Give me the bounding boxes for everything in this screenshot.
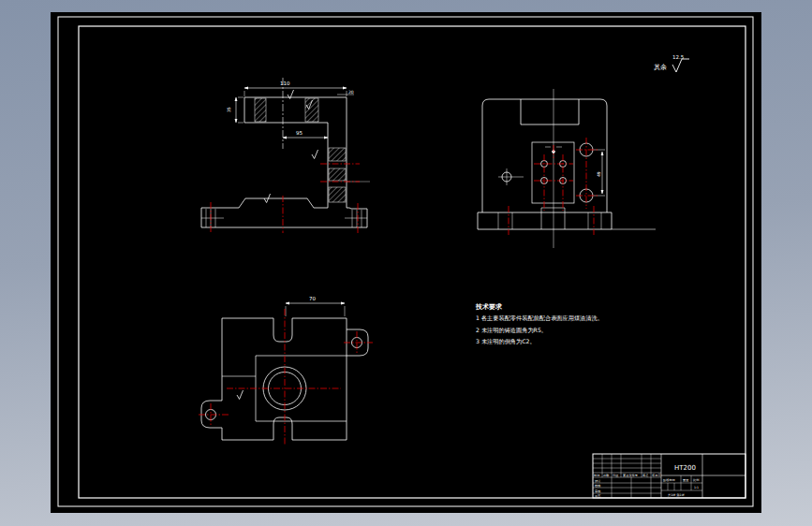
dim-column-width: 20 <box>348 90 354 95</box>
dim-hole-spacing: 49 <box>597 171 601 177</box>
dim-front-width: 110 <box>280 80 290 86</box>
material-label: HT200 <box>674 464 696 472</box>
tech-requirement-3: 3 未注明的倒角为C2。 <box>476 338 536 345</box>
tb-col-mark: 标记 <box>593 474 600 477</box>
tb-scale-value: 1:1 <box>694 486 699 489</box>
tech-requirement-2: 2 未注明的铸造圆角为R5。 <box>476 327 547 334</box>
dim-front-depth: 95 <box>296 130 303 136</box>
tb-sheet-info: 共1张 第1张 <box>668 493 685 497</box>
tb-col-date: 年月日 <box>652 474 661 477</box>
tb-row-design: 设计 <box>595 479 601 483</box>
roughness-mark-icon <box>312 150 318 159</box>
surface-roughness-note: 其余 12.5 <box>654 54 689 72</box>
drawing-sheet: 其余 12.5 110 20 <box>51 12 761 513</box>
tb-col-sign: 签名 <box>642 474 648 477</box>
cad-viewer-window: 其余 12.5 110 20 <box>0 0 812 526</box>
tb-row-process: 工艺 <box>595 494 600 498</box>
front-section-view: 110 20 35 95 <box>201 78 370 227</box>
tech-requirement-1: 1 各主要装配零件装配前配合表面应用煤油清洗。 <box>476 314 603 322</box>
tb-col-count: 处数 <box>603 474 610 477</box>
surface-note-prefix: 其余 <box>654 64 667 71</box>
tb-col-zone: 分区 <box>613 474 619 477</box>
roughness-mark-icon <box>237 390 244 400</box>
drawing-viewport[interactable]: 其余 12.5 110 20 <box>51 12 761 513</box>
tb-stage-label: 阶段标记 <box>663 478 676 482</box>
tb-row-audit: 审核 <box>595 489 601 493</box>
tech-requirements-title: 技术要求 <box>475 302 503 311</box>
dim-plan-width: 70 <box>309 296 316 301</box>
dim-flange-height: 35 <box>227 107 231 112</box>
tb-scale-label: 比例 <box>693 478 699 482</box>
sheet-border <box>58 17 753 506</box>
tb-weight-label: 重量 <box>683 478 689 482</box>
roughness-symbol-icon <box>672 59 689 72</box>
side-view: 49 <box>478 89 656 248</box>
tb-col-file: 更改文件号 <box>623 474 639 477</box>
technical-requirements: 技术要求 1 各主要装配零件装配前配合表面应用煤油清洗。 2 未注明的铸造圆角为… <box>475 302 603 345</box>
title-block: HT200 标记 处数 分区 更改文件号 签名 年月日 设计 校核 审核 工艺 … <box>593 454 746 498</box>
tb-row-check: 校核 <box>594 484 601 488</box>
